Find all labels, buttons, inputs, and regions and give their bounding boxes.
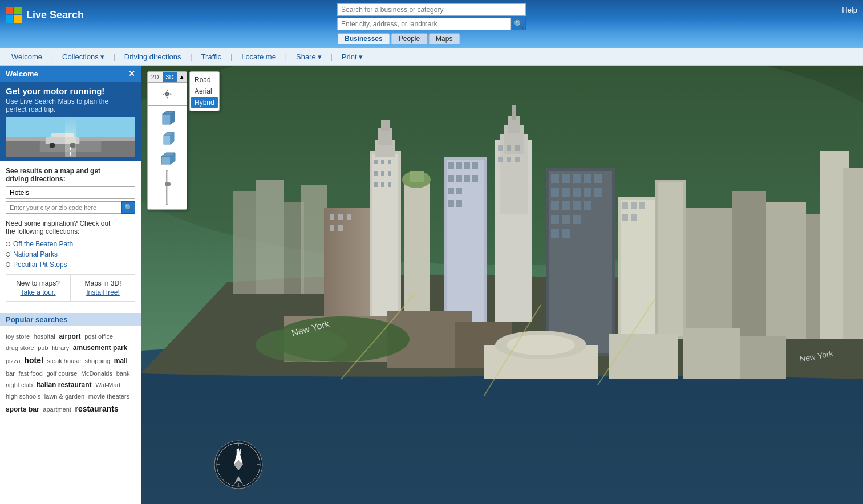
svg-rect-73 (584, 174, 591, 183)
svg-rect-5 (6, 140, 135, 157)
pop-search-bar[interactable]: bar (6, 370, 15, 377)
svg-rect-66 (507, 157, 511, 162)
pop-search-sports-bar[interactable]: sports bar (6, 405, 39, 413)
pop-search-hotel[interactable]: hotel (24, 356, 43, 365)
take-tour-link[interactable]: Take a tour. (10, 288, 66, 296)
help-link[interactable]: Help (842, 6, 857, 14)
view-3d-button[interactable]: 3D (163, 72, 177, 82)
pop-search-apartment[interactable]: apartment (43, 406, 71, 413)
svg-rect-40 (404, 180, 430, 322)
install-free-link[interactable]: Install free! (75, 288, 131, 296)
pop-search-movie-theaters[interactable]: movie theaters (88, 393, 129, 400)
svg-text:N: N (236, 448, 241, 456)
svg-rect-3 (14, 15, 22, 23)
pop-search-shopping[interactable]: shopping (84, 357, 110, 364)
svg-rect-23 (347, 214, 351, 220)
promo-title: Get your motor running! (6, 86, 135, 96)
pop-search-lawn-garden[interactable]: lawn & garden (44, 393, 84, 400)
sidebar-welcome-label: Welcome (6, 70, 38, 78)
pop-search-mall[interactable]: mall (114, 357, 128, 365)
collection-peculiar-pit-stops[interactable]: Peculiar Pit Stops (13, 261, 67, 269)
pop-search-fast-food[interactable]: fast food (19, 370, 43, 377)
nav-traffic[interactable]: Traffic (196, 50, 227, 63)
pop-search-walmart[interactable]: Wal-Mart (95, 381, 120, 388)
svg-rect-27 (372, 154, 398, 319)
3d-icon-1[interactable] (158, 108, 176, 127)
3d-icon-3[interactable] (158, 148, 176, 166)
view-2d-button[interactable]: 2D (148, 72, 163, 82)
search-term-input[interactable] (6, 186, 135, 199)
search-location-input[interactable] (337, 18, 511, 30)
sidebar-close-button[interactable]: ✕ (128, 69, 135, 78)
nav-share[interactable]: Share ▾ (290, 50, 327, 63)
svg-rect-18 (301, 185, 327, 294)
nav-collections[interactable]: Collections ▾ (56, 50, 110, 63)
search-business-input[interactable] (337, 3, 525, 16)
svg-rect-51 (464, 175, 470, 182)
logo-area: Live Search (6, 7, 84, 23)
pop-search-amusement-park[interactable]: amusement park (73, 344, 127, 352)
popular-searches-header: Popular searches (0, 313, 141, 326)
map-type-aerial[interactable]: Aerial (195, 86, 214, 97)
nav-driving-directions[interactable]: Driving directions (119, 50, 187, 63)
pop-search-bank[interactable]: bank (116, 370, 130, 377)
svg-rect-62 (498, 145, 503, 151)
nav-welcome[interactable]: Welcome (6, 50, 48, 63)
3d-icon-2[interactable] (158, 128, 176, 147)
pop-search-high-schools[interactable]: high schools (6, 393, 40, 400)
map-type-road[interactable]: Road (195, 74, 214, 86)
search-button[interactable]: 🔍 (511, 18, 526, 30)
tab-people[interactable]: People (391, 33, 427, 44)
app-title: Live Search (26, 9, 84, 21)
svg-marker-130 (166, 90, 168, 92)
pop-search-restaurants[interactable]: restaurants (75, 404, 119, 413)
main-layout: Welcome ✕ Get your motor running! Use Li… (0, 66, 863, 504)
pop-search-steak-house[interactable]: steak house (47, 357, 80, 364)
pop-search-pizza[interactable]: pizza (6, 357, 21, 364)
svg-rect-39 (388, 182, 391, 187)
pop-search-hospital[interactable]: hospital (34, 333, 55, 340)
svg-rect-31 (374, 160, 378, 164)
svg-rect-138 (164, 135, 171, 144)
svg-rect-15 (233, 191, 256, 294)
pop-search-drug-store[interactable]: drug store (6, 344, 34, 351)
collection-national-parks[interactable]: National Parks (13, 250, 58, 258)
svg-rect-72 (573, 174, 581, 183)
pop-search-pub[interactable]: pub (38, 344, 48, 351)
nav-print[interactable]: Print ▾ (336, 50, 368, 63)
svg-rect-0 (6, 7, 13, 14)
pop-search-golf-course[interactable]: golf course (46, 370, 77, 377)
nav-locate-me[interactable]: Locate me (236, 50, 282, 63)
svg-rect-48 (472, 162, 478, 169)
pop-search-library[interactable]: library (52, 344, 69, 351)
svg-rect-81 (562, 201, 570, 210)
zoom-slider-track (166, 170, 168, 205)
svg-rect-87 (551, 229, 559, 238)
tab-maps[interactable]: Maps (428, 33, 460, 44)
pop-search-post-office[interactable]: post office (84, 333, 113, 340)
city-zip-input[interactable] (6, 201, 121, 214)
svg-rect-53 (448, 188, 454, 194)
zoom-slider-thumb[interactable] (165, 182, 171, 186)
pop-search-airport[interactable]: airport (59, 332, 80, 340)
pop-search-italian-restaurant[interactable]: italian restaurant (37, 381, 92, 389)
svg-rect-90 (621, 200, 655, 342)
collection-off-beaten-path[interactable]: Off the Beaten Path (13, 240, 73, 248)
svg-marker-131 (166, 96, 168, 99)
promo-section: Get your motor running! Use Live Search … (0, 82, 141, 161)
pop-search-mcdonalds[interactable]: McDonalds (81, 370, 112, 377)
zoom-controls (148, 83, 187, 105)
svg-rect-45 (448, 162, 454, 169)
pop-search-toy-store[interactable]: toy store (6, 333, 30, 340)
inspiration-text: Need some inspiration? Check outthe foll… (6, 220, 135, 235)
tab-businesses[interactable]: Businesses (337, 33, 390, 44)
map-area[interactable]: New York New York N (141, 66, 863, 504)
svg-rect-54 (456, 188, 462, 194)
city-zip-search-button[interactable]: 🔍 (121, 201, 135, 214)
map-type-hybrid[interactable]: Hybrid (191, 97, 218, 108)
svg-rect-97 (658, 182, 683, 336)
pan-icon[interactable] (158, 85, 176, 103)
view-toggle-arrow[interactable]: ▲ (177, 72, 187, 82)
pop-search-night-club[interactable]: night club (6, 381, 33, 388)
svg-rect-35 (381, 171, 384, 176)
